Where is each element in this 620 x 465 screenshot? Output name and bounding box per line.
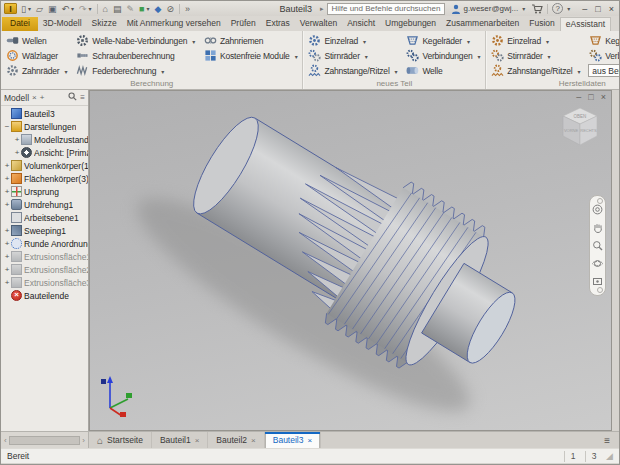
ribbon-button-kostenfreie-module[interactable]: Kostenfreie Module▾: [203, 49, 298, 63]
tree-item-runde-anordnung1[interactable]: +Runde Anordnung1: [1, 237, 88, 250]
tree-item-extrusionsfläche2[interactable]: +Extrusionsfläche2: [1, 263, 88, 276]
doc-tab-bauteil3[interactable]: Bauteil3×: [265, 432, 321, 448]
ribbon-button-kegelräder[interactable]: Kegelräder▾: [405, 34, 481, 48]
scrollbar-thumb[interactable]: [9, 436, 81, 445]
ribbon-button-wälzlager[interactable]: Wälzlager: [5, 49, 68, 63]
menu-tab-zusammenarbeiten[interactable]: Zusammenarbeiten: [441, 17, 524, 31]
navigation-wheel-icon[interactable]: [592, 204, 603, 215]
doc-tab-bauteil2[interactable]: Bauteil2×: [208, 432, 264, 448]
orbit-icon[interactable]: [592, 258, 603, 269]
menu-tab-eassistant[interactable]: eAssistant: [560, 17, 611, 31]
menu-tab-skizze[interactable]: Skizze: [87, 17, 122, 31]
menu-tab-prüfen[interactable]: Prüfen: [226, 17, 261, 31]
save-icon[interactable]: ▣: [46, 2, 59, 15]
tree-expander-icon[interactable]: +: [13, 135, 21, 144]
tree-expander-icon[interactable]: +: [3, 187, 11, 196]
ribbon-button-kegelräder[interactable]: Kegelräder▾: [588, 34, 620, 48]
tree-item-sweeping1[interactable]: +Sweeping1: [1, 224, 88, 237]
doc-minimize-icon[interactable]: –: [576, 92, 581, 102]
home-icon[interactable]: ⌂: [101, 2, 110, 15]
ribbon-button-zahnriemen[interactable]: Zahnriemen: [203, 34, 298, 48]
tree-item-bauteil3[interactable]: Bauteil3: [1, 107, 88, 120]
tree-expander-icon[interactable]: +: [3, 161, 11, 170]
tree-item-umdrehung1[interactable]: +Umdrehung1: [1, 198, 88, 211]
tree-expander-icon[interactable]: +: [13, 148, 21, 157]
look-at-icon[interactable]: [592, 276, 603, 287]
tree-expander-icon[interactable]: +: [3, 265, 11, 274]
maximize-window-icon[interactable]: □: [595, 4, 600, 14]
tree-item-darstellungen[interactable]: −Darstellungen: [1, 120, 88, 133]
menu-tab-mit-anmerkung-versehen[interactable]: Mit Anmerkung versehen: [122, 17, 226, 31]
ribbon-button-einzelrad[interactable]: Einzelrad▾: [490, 34, 581, 48]
ribbon-button-einzelrad[interactable]: Einzelrad▾: [307, 34, 398, 48]
redo-icon[interactable]: ↷▾: [77, 2, 94, 15]
tree-expander-icon[interactable]: −: [3, 122, 11, 131]
tree-item-ansicht-primär[interactable]: +Ansicht: [Primär: [1, 146, 88, 159]
scroll-left-icon[interactable]: ‹: [4, 436, 7, 445]
tree-item-ursprung[interactable]: +Ursprung: [1, 185, 88, 198]
undo-icon[interactable]: ↶▾: [59, 2, 76, 15]
material-icon[interactable]: ■▾: [137, 2, 151, 15]
user-account-menu[interactable]: g.weser@gwj... ▾: [451, 4, 525, 14]
ribbon-button-zahnstange-ritzel[interactable]: Zahnstange/Ritzel▾: [490, 64, 581, 78]
tree-expander-icon[interactable]: +: [3, 239, 11, 248]
view-cube[interactable]: OBEN VORNE RECHTS: [557, 103, 603, 153]
app-store-cart-icon[interactable]: [531, 4, 543, 14]
menu-tab-umgebungen[interactable]: Umgebungen: [380, 17, 441, 31]
menu-tab-ansicht[interactable]: Ansicht: [342, 17, 380, 31]
search-expand-icon[interactable]: ▸: [320, 5, 324, 13]
resize-grip-icon[interactable]: ◢: [606, 451, 613, 461]
plug-icon[interactable]: ◆: [152, 2, 163, 15]
sketch-icon[interactable]: ✎: [124, 2, 136, 15]
close-panel-icon[interactable]: ×: [32, 93, 37, 102]
tree-item-extrusionsfläche1[interactable]: +Extrusionsfläche1: [1, 250, 88, 263]
close-window-icon[interactable]: ×: [609, 4, 614, 14]
tree-expander-icon[interactable]: +: [3, 278, 11, 287]
new-file-icon[interactable]: ▯▾: [19, 2, 33, 15]
manufacturing-source-combo[interactable]: aus Berechnung▾: [588, 64, 620, 77]
ribbon-button-zahnstange-ritzel[interactable]: Zahnstange/Ritzel▾: [307, 64, 398, 78]
minimize-window-icon[interactable]: –: [582, 4, 587, 14]
doc-tab-bauteil1[interactable]: Bauteil1×: [152, 432, 208, 448]
ribbon-button-zahnräder[interactable]: Zahnräder▾: [5, 64, 68, 78]
stop-icon[interactable]: ⊘: [164, 2, 176, 15]
tree-expander-icon[interactable]: +: [3, 200, 11, 209]
scroll-right-icon[interactable]: ›: [82, 436, 85, 445]
menu-tab-extras[interactable]: Extras: [261, 17, 295, 31]
ribbon-button-stirnräder[interactable]: Stirnräder▾: [490, 49, 581, 63]
ribbon-button-schraubenberechnung[interactable]: Schraubenberechnung: [75, 49, 196, 63]
ribbon-button-welle-nabe-verbindungen[interactable]: Welle-Nabe-Verbindungen▾: [75, 34, 196, 48]
search-input[interactable]: [327, 3, 445, 15]
ribbon-button-stirnräder[interactable]: Stirnräder▾: [307, 49, 398, 63]
open-icon[interactable]: ▱: [34, 2, 45, 15]
tab-list-menu-icon[interactable]: ≡: [595, 432, 619, 448]
inventor-logo[interactable]: I: [4, 3, 17, 14]
tree-expander-icon[interactable]: +: [3, 174, 11, 183]
tree-expander-icon[interactable]: +: [3, 252, 11, 261]
ribbon-button-verbindungen[interactable]: Verbindungen▾: [588, 49, 620, 63]
tree-item-volumenkörper-1[interactable]: +Volumenkörper(1): [1, 159, 88, 172]
doc-close-icon[interactable]: ×: [601, 92, 606, 102]
ribbon-display-toggle[interactable]: ▾: [611, 21, 620, 31]
tree-item-bauteilende[interactable]: Bauteilende: [1, 289, 88, 302]
pan-icon[interactable]: [592, 222, 603, 233]
menu-tab-3d-modell[interactable]: 3D-Modell: [38, 17, 87, 31]
more-commands-icon[interactable]: »: [183, 2, 192, 15]
menu-tab-fusion[interactable]: Fusion: [524, 17, 560, 31]
tree-expander-icon[interactable]: +: [3, 226, 11, 235]
zoom-icon[interactable]: [592, 240, 603, 251]
browser-menu-icon[interactable]: ≡: [80, 93, 85, 102]
3d-viewport[interactable]: – □ × OBEN VORNE RECHTS: [89, 90, 612, 431]
doc-tab-startseite[interactable]: ⌂Startseite: [89, 432, 152, 448]
add-panel-icon[interactable]: +: [40, 93, 45, 102]
doc-restore-icon[interactable]: □: [588, 92, 593, 102]
tree-item-arbeitsebene1[interactable]: Arbeitsebene1: [1, 211, 88, 224]
menu-tab-verwalten[interactable]: Verwalten: [295, 17, 342, 31]
ribbon-button-wellen[interactable]: Wellen: [5, 34, 68, 48]
tree-item-modellzustand[interactable]: +Modellzustand:: [1, 133, 88, 146]
ribbon-button-welle[interactable]: Welle: [405, 64, 481, 78]
copy-screen-icon[interactable]: ▤: [111, 2, 124, 15]
help-icon[interactable]: ?: [552, 3, 563, 14]
menu-tab-datei[interactable]: Datei: [2, 17, 38, 31]
close-tab-icon[interactable]: ×: [251, 436, 256, 445]
